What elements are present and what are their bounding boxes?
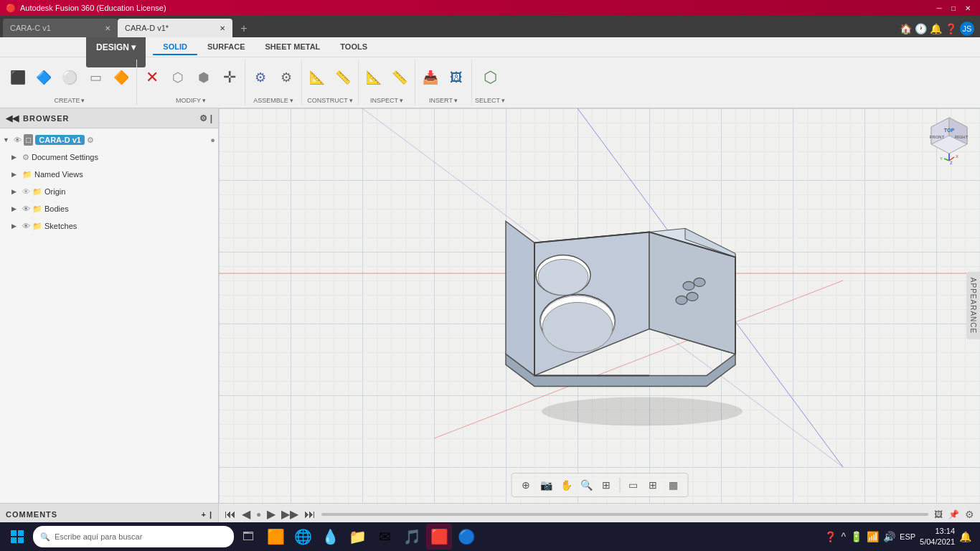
timeline-end-button[interactable]: ⏭: [304, 508, 316, 521]
taskbar-app-spotify[interactable]: 🎵: [399, 524, 425, 550]
office-icon: 🟧: [267, 528, 285, 545]
tree-item-root[interactable]: ▼ 👁 □ CARA-D v1 ⚙ ●: [0, 131, 218, 149]
pan-button[interactable]: ⊕: [517, 476, 534, 494]
push-pull-button[interactable]: ⬡: [166, 64, 190, 91]
camera-button[interactable]: 📷: [537, 476, 555, 494]
tab-cara-d-close[interactable]: ✕: [220, 24, 225, 32]
tree-item-doc-settings[interactable]: ▶ ⚙ Document Settings: [0, 149, 218, 166]
taskbar-volume-icon[interactable]: 🔊: [883, 531, 895, 542]
insert-canvas-button[interactable]: 🖼: [444, 64, 468, 91]
taskbar-app-edge[interactable]: 🌐: [290, 524, 316, 550]
notification-icon[interactable]: 🔔: [930, 23, 942, 34]
tab-tools[interactable]: TOOLS: [330, 39, 377, 55]
tab-cara-d[interactable]: CARA-D v1* ✕: [118, 19, 232, 37]
close-button[interactable]: ✕: [961, 1, 974, 14]
appearance-panel[interactable]: APPEARANCE: [966, 272, 980, 339]
taskbar-chevron-icon[interactable]: ^: [841, 531, 846, 542]
user-avatar[interactable]: JS: [960, 22, 974, 36]
section-analysis-button[interactable]: 📏: [387, 64, 412, 91]
taskbar-help-icon[interactable]: ❓: [824, 531, 837, 542]
help-icon[interactable]: ❓: [945, 23, 957, 34]
tree-item-sketches[interactable]: ▶ 👁 📁 Sketches: [0, 217, 218, 235]
maximize-button[interactable]: □: [947, 1, 960, 14]
delete-button[interactable]: ✕: [140, 64, 164, 91]
tree-gear-root[interactable]: ⚙: [87, 136, 94, 145]
timeline-track[interactable]: [321, 513, 928, 516]
timeline-settings-button[interactable]: ⚙: [965, 509, 974, 520]
comments-collapse-button[interactable]: |: [209, 510, 212, 519]
tab-sheet-metal[interactable]: SHEET METAL: [255, 39, 331, 55]
fillet-button[interactable]: ⬢: [192, 64, 216, 91]
comments-add-button[interactable]: +: [201, 510, 206, 519]
viewcube[interactable]: TOP FRONT RIGHT Z X Y: [924, 114, 974, 164]
tab-cara-d-label: CARA-D v1*: [125, 24, 169, 32]
pattern-button[interactable]: 🔶: [109, 64, 133, 91]
zoom-extent-button[interactable]: ⊞: [598, 476, 615, 494]
insert-derive-button[interactable]: 📥: [418, 64, 443, 91]
taskbar-app-mail[interactable]: ✉: [372, 524, 397, 550]
visual-style-button[interactable]: ⊞: [644, 476, 661, 494]
svg-text:RIGHT: RIGHT: [955, 135, 969, 139]
home-icon[interactable]: 🏠: [900, 23, 912, 34]
browser-settings-icon[interactable]: ⚙: [199, 113, 207, 123]
axis-button[interactable]: 📏: [331, 64, 355, 91]
motion-button[interactable]: ⚙: [274, 64, 298, 91]
display-mode-button[interactable]: ▭: [624, 476, 641, 494]
start-button[interactable]: [3, 524, 32, 550]
tree-eye-sketches[interactable]: 👁: [22, 222, 30, 230]
sweep-button[interactable]: ▭: [83, 64, 108, 91]
history-icon[interactable]: 🕐: [915, 23, 927, 34]
tree-item-named-views[interactable]: ▶ 📁 Named Views: [0, 166, 218, 183]
tab-solid[interactable]: SOLID: [153, 39, 197, 55]
taskbar-search[interactable]: 🔍 Escribe aquí para buscar: [33, 526, 234, 547]
taskbar-app-chrome[interactable]: 🔵: [453, 524, 479, 550]
revolve-button[interactable]: ⚪: [57, 64, 82, 91]
timeline-prev-button[interactable]: ◀: [242, 507, 250, 521]
taskbar-language: ESP: [900, 532, 915, 541]
taskview-button[interactable]: 🗔: [235, 524, 261, 550]
tree-eye-bodies[interactable]: 👁: [22, 204, 30, 213]
environment-button[interactable]: ▦: [664, 476, 682, 494]
joint-button[interactable]: ⚙: [248, 64, 273, 91]
taskbar-clock[interactable]: 13:14 5/04/2021: [920, 526, 955, 548]
tree-item-bodies[interactable]: ▶ 👁 📁 Bodies: [0, 200, 218, 217]
taskbar-app-fusion[interactable]: 🟥: [426, 524, 452, 550]
tab-cara-c-close[interactable]: ✕: [105, 24, 110, 32]
tree-folder-icon-sketches: 📁: [32, 222, 42, 231]
timeline-start-button[interactable]: ⏮: [225, 508, 236, 521]
timeline-play-button[interactable]: ▶: [267, 507, 275, 521]
timeline-keyframe-button[interactable]: 📌: [948, 509, 959, 519]
tree-arrow-bodies: ▶: [11, 205, 20, 212]
timeline-next-button[interactable]: ▶▶: [281, 507, 298, 521]
move-button[interactable]: ✛: [217, 64, 242, 91]
extrude-button[interactable]: 🔷: [32, 64, 56, 91]
taskbar-battery-icon[interactable]: 🔋: [850, 531, 862, 542]
browser-collapse-button[interactable]: ◀◀: [6, 113, 19, 123]
select-button[interactable]: ⬡: [475, 62, 505, 93]
minimize-button[interactable]: ─: [933, 1, 946, 14]
tree-item-origin[interactable]: ▶ 👁 📁 Origin: [0, 183, 218, 200]
zoom-in-button[interactable]: 🔍: [578, 476, 595, 494]
taskbar-notification-icon[interactable]: 🔔: [959, 531, 971, 542]
orbit-button[interactable]: ✋: [557, 476, 575, 494]
tab-surface[interactable]: SURFACE: [197, 39, 255, 55]
taskbar-app-explorer[interactable]: 📁: [344, 524, 370, 550]
svg-line-35: [944, 159, 949, 161]
new-tab-button[interactable]: +: [235, 20, 253, 37]
tab-cara-c[interactable]: CARA-C v1 ✕: [3, 19, 118, 37]
timeline-record-button[interactable]: ●: [256, 509, 261, 519]
taskbar-system-tray: ❓ ^ 🔋 📶 🔊 ESP 13:14 5/04/2021 🔔: [824, 526, 977, 548]
new-component-button[interactable]: ⬛: [6, 64, 30, 91]
taskbar-network-icon[interactable]: 📶: [867, 531, 879, 542]
browser-collapse-icon[interactable]: |: [210, 113, 212, 123]
tree-eye-origin[interactable]: 👁: [22, 187, 30, 196]
taskbar-app-office[interactable]: 🟧: [263, 524, 288, 550]
offset-plane-button[interactable]: 📐: [305, 64, 329, 91]
taskbar-app-dropbox[interactable]: 💧: [317, 524, 343, 550]
tree-eye-root[interactable]: 👁: [14, 136, 22, 144]
viewport[interactable]: TOP FRONT RIGHT Z X Y APPEARANCE ⊕ 📷 ✋ 🔍…: [219, 108, 980, 503]
tab-cara-c-label: CARA-C v1: [10, 24, 51, 32]
tree-more-root[interactable]: ●: [210, 136, 215, 144]
timeline-thumbnail-button[interactable]: 🖼: [934, 509, 943, 519]
measure-button[interactable]: 📐: [362, 64, 386, 91]
